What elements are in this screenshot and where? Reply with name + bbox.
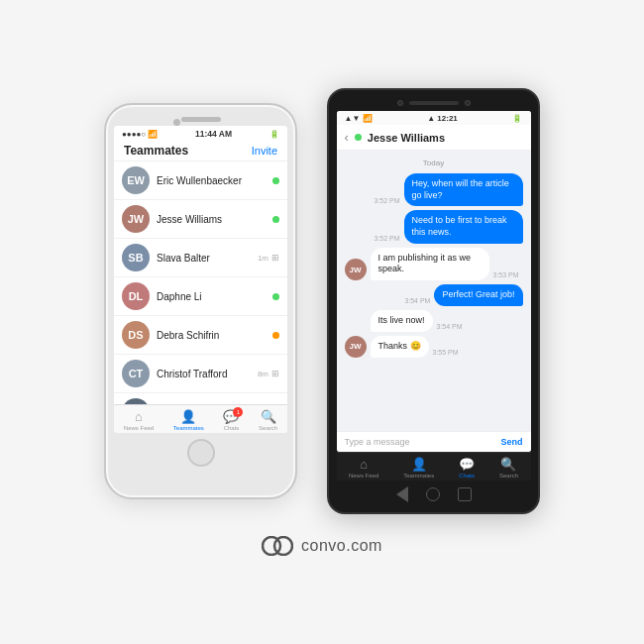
tab-icon: 🔍 (261, 409, 276, 424)
android-tab-label: Chats (459, 473, 475, 479)
message-input[interactable]: Type a message (345, 437, 495, 447)
convo-logo (262, 536, 293, 556)
teammate-name: Christof Trafford (157, 369, 251, 379)
teammate-name: Eric Wullenbaecker (157, 175, 266, 186)
android-status-bar: ▲▼ 📶 ▲ 12:21 🔋 (337, 111, 531, 125)
iphone-tab-chats[interactable]: 💬 Chats 1 (223, 409, 239, 431)
iphone-tab-news-feed[interactable]: ⌂ News Feed (124, 409, 154, 431)
teammate-meta (272, 332, 279, 339)
signal-area: ●●●●○ 📶 (122, 130, 158, 139)
iphone-tab-teammates[interactable]: 👤 Teammates (173, 409, 204, 431)
android-tab-label: News Feed (349, 473, 378, 479)
tab-icon: ⌂ (135, 409, 143, 424)
message-bubble: Hey, when will the article go live? (404, 173, 523, 206)
status-dot (272, 332, 279, 339)
message-time: 3:54 PM (404, 297, 430, 304)
svg-point-1 (274, 537, 292, 555)
teammate-item[interactable]: CT Christof Trafford 8m ⊞ (114, 355, 287, 393)
iphone-nav: Teammates Invite (114, 140, 287, 161)
iphone-time: 11:44 AM (195, 129, 232, 139)
android-tabbar: ⌂ News Feed 👤 Teammates 💬 Chats 🔍 Search (337, 452, 531, 481)
message-bubble: Perfect! Great job! (434, 284, 522, 306)
iphone-nav-title: Teammates (124, 144, 188, 158)
iphone-home-button[interactable] (187, 439, 215, 467)
teammate-item[interactable]: DL Daphne Li (114, 277, 287, 316)
status-dot (272, 216, 279, 223)
android-signal: ▲▼ 📶 (345, 114, 373, 123)
message-bubble: Its live now! (371, 310, 433, 332)
message-row-received: Its live now! 3:54 PM (345, 310, 523, 332)
teammate-meta (272, 216, 279, 223)
branding-text: convo.com (301, 537, 382, 555)
teammate-item[interactable]: JW Jesse Williams (114, 200, 287, 239)
teammate-list: EW Eric Wullenbaecker JW Jesse Williams … (114, 161, 287, 404)
android-camera (397, 100, 403, 106)
online-status-dot (355, 134, 362, 141)
battery-icon: 🔋 (269, 130, 279, 139)
teammate-avatar: CT (122, 360, 150, 387)
teammate-name: Slava Balter (157, 253, 251, 264)
wifi-icon: 📶 (148, 130, 158, 139)
android-screen: ▲▼ 📶 ▲ 12:21 🔋 ‹ Jesse Williams Today 3:… (337, 111, 531, 452)
android-tab-teammates[interactable]: 👤 Teammates (403, 457, 434, 479)
teammate-name: Jesse Williams (157, 214, 266, 225)
message-row-received: JW Thanks 😊 3:55 PM (345, 336, 523, 358)
teammate-avatar: JW (122, 205, 150, 233)
iphone-device: ●●●●○ 📶 11:44 AM 🔋 Teammates Invite EW E… (104, 103, 297, 499)
android-home-button[interactable] (426, 487, 440, 501)
iphone-camera (173, 119, 180, 126)
android-back-button[interactable] (396, 486, 408, 502)
tab-icon: 👤 (180, 409, 196, 424)
message-bubble: Thanks 😊 (371, 336, 429, 358)
android-tab-icon: 💬 (459, 457, 475, 472)
teammate-item[interactable]: RM Ryan McDonald 1h ⊞ (114, 393, 287, 404)
teammate-item[interactable]: DS Debra Schifrin (114, 316, 287, 355)
message-time: 3:53 PM (493, 271, 519, 278)
iphone-tabbar: ⌂ News Feed 👤 Teammates 💬 Chats 1 🔍 Sear… (114, 404, 287, 433)
message-time: 3:52 PM (374, 235, 399, 242)
android-tab-chats[interactable]: 💬 Chats (459, 457, 475, 479)
teammate-item[interactable]: SB Slava Balter 1m ⊞ (114, 239, 287, 277)
back-arrow-icon[interactable]: ‹ (345, 130, 349, 145)
iphone-status-bar: ●●●●○ 📶 11:44 AM 🔋 (114, 126, 287, 140)
android-tab-icon: 👤 (411, 457, 427, 472)
message-time: 3:54 PM (437, 323, 463, 330)
teammate-meta: 1m ⊞ (258, 253, 279, 263)
tab-badge: 1 (233, 407, 243, 417)
android-time: ▲ 12:21 (427, 114, 458, 123)
android-recent-button[interactable] (458, 487, 472, 501)
teammate-avatar: SB (122, 244, 150, 271)
signal-dots: ●●●●○ (122, 130, 146, 139)
android-battery: 🔋 (512, 114, 522, 123)
invite-button[interactable]: Invite (252, 145, 277, 157)
android-top-strip (397, 100, 471, 106)
android-tab-news-feed[interactable]: ⌂ News Feed (349, 457, 378, 479)
message-row-sent: 3:54 PM Perfect! Great job! (345, 284, 523, 306)
status-dot (272, 177, 279, 184)
teammate-name: Daphne Li (157, 291, 266, 302)
teammate-avatar: DS (122, 321, 150, 349)
branding-area: convo.com (262, 536, 382, 556)
android-speaker (409, 101, 459, 105)
date-label: Today (345, 159, 523, 167)
android-tab-label: Search (499, 473, 518, 479)
android-nav-buttons (396, 486, 472, 502)
android-tab-icon: ⌂ (360, 457, 368, 472)
teammate-meta: 8m ⊞ (258, 369, 279, 378)
send-button[interactable]: Send (500, 437, 522, 447)
iphone-tab-search[interactable]: 🔍 Search (259, 409, 277, 431)
android-chat-header: ‹ Jesse Williams (337, 125, 531, 151)
message-avatar: JW (345, 336, 367, 358)
android-tab-icon: 🔍 (500, 457, 516, 472)
android-tab-label: Teammates (403, 473, 434, 479)
phones-container: ●●●●○ 📶 11:44 AM 🔋 Teammates Invite EW E… (104, 88, 540, 514)
message-avatar: JW (345, 259, 367, 280)
teammate-meta (272, 177, 279, 184)
android-device: ▲▼ 📶 ▲ 12:21 🔋 ‹ Jesse Williams Today 3:… (327, 88, 540, 514)
message-row-sent: 3:52 PM Need to be first to break this n… (345, 210, 523, 243)
iphone-speaker (181, 117, 221, 122)
convo-logo-svg (262, 536, 293, 556)
android-tab-search[interactable]: 🔍 Search (499, 457, 518, 479)
teammate-item[interactable]: EW Eric Wullenbaecker (114, 161, 287, 200)
message-row-sent: 3:52 PM Hey, when will the article go li… (345, 173, 523, 206)
